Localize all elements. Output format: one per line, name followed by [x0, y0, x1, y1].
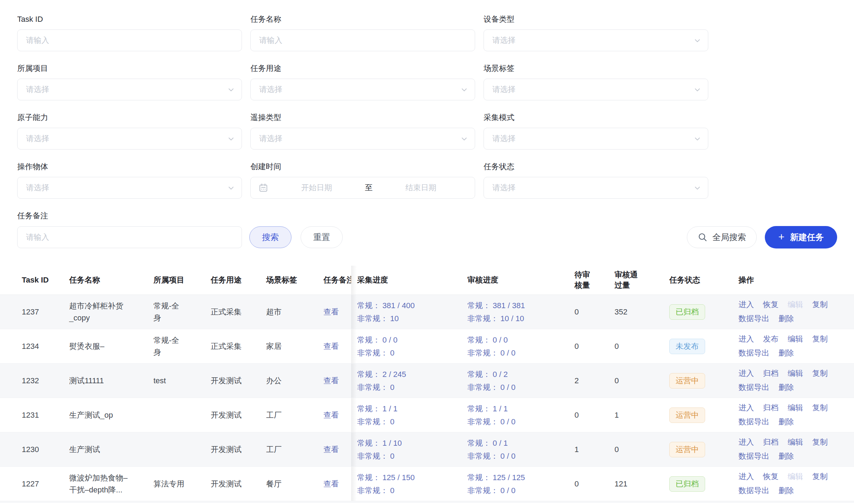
action-enter-link[interactable]: 进入: [738, 403, 754, 412]
task-id-input[interactable]: [17, 29, 242, 51]
view-remark-link[interactable]: 查看: [323, 444, 339, 455]
filter-create-time: 创建时间开始日期至结束日期: [250, 162, 475, 199]
cell-scene-tag: 家居: [266, 329, 323, 363]
action-enter-link[interactable]: 进入: [738, 334, 754, 343]
cell-passed-count: 352: [615, 295, 669, 329]
action-edit-link[interactable]: 编辑: [788, 403, 803, 412]
atomic-ability-select[interactable]: 请选择: [17, 128, 242, 150]
action-enter-link[interactable]: 进入: [738, 472, 754, 481]
project-select[interactable]: 请选择: [17, 79, 242, 100]
cell-task-name: 生产测试_op: [69, 398, 153, 432]
global-search-button[interactable]: 全局搜索: [687, 226, 757, 248]
cell-actions: 进入归档编辑复制数据导出删除: [738, 398, 854, 432]
remark-filter-label: 任务备注: [17, 211, 837, 220]
cell-collect-progress: 常规： 381 / 400非常规： 10: [351, 295, 467, 329]
action-restore-link[interactable]: 恢复: [763, 472, 779, 481]
action-export-link[interactable]: 数据导出: [738, 452, 769, 460]
col-task-id: Task ID: [0, 266, 69, 294]
action-delete-link[interactable]: 删除: [779, 452, 794, 460]
task-table: Task ID 任务名称 所属项目 任务用途 场景标签 任务备注 采集进度 审核…: [0, 266, 854, 503]
action-copy-link[interactable]: 复制: [812, 369, 828, 378]
new-task-button[interactable]: + 新建任务: [765, 226, 837, 248]
cell-collect-progress-line: 非常规： 0: [357, 381, 406, 394]
action-copy-link[interactable]: 复制: [812, 300, 828, 309]
cell-passed-count: 0: [615, 329, 669, 363]
action-delete-link[interactable]: 删除: [779, 486, 794, 495]
action-archive-link[interactable]: 归档: [763, 438, 779, 446]
operate-object-select[interactable]: 请选择: [17, 177, 242, 199]
cell-status: 运营中: [669, 432, 738, 466]
action-edit-link[interactable]: 编辑: [788, 438, 803, 446]
view-remark-link[interactable]: 查看: [323, 479, 339, 489]
action-archive-link[interactable]: 归档: [763, 369, 779, 378]
task-status-select[interactable]: 请选择: [484, 177, 708, 199]
row-scroll-right: 常规： 381 / 400非常规： 10常规： 381 / 381非常规： 10…: [351, 295, 854, 329]
view-remark-link[interactable]: 查看: [323, 341, 339, 352]
row-fixed-left: 1232测试11111test开发测试办公查看: [0, 364, 351, 398]
action-enter-link[interactable]: 进入: [738, 369, 754, 378]
cell-collect-progress-line: 常规： 2 / 245: [357, 368, 406, 381]
action-delete-link[interactable]: 删除: [779, 417, 794, 426]
cell-collect-progress-line: 常规： 1 / 10: [357, 437, 402, 450]
action-copy-link[interactable]: 复制: [812, 334, 828, 343]
cell-scene-tag-text: 餐厅: [266, 478, 282, 490]
cell-task-id-text: 1230: [22, 444, 39, 456]
filter-label: 遥操类型: [250, 113, 475, 122]
action-delete-link[interactable]: 删除: [779, 314, 794, 323]
view-remark-link[interactable]: 查看: [323, 410, 339, 420]
action-copy-link[interactable]: 复制: [812, 403, 828, 412]
cell-project-text: 常规-全 身: [153, 300, 179, 324]
cell-actions: 进入归档编辑复制数据导出删除: [738, 364, 854, 398]
action-copy-link[interactable]: 复制: [812, 438, 828, 446]
action-archive-link[interactable]: 归档: [763, 403, 779, 412]
action-export-link[interactable]: 数据导出: [738, 417, 769, 426]
filter-action-row: 搜索 重置 全局搜索 + 新建任务: [17, 226, 837, 248]
cell-task-id: 1234: [0, 329, 69, 363]
cell-pending-count: 1: [574, 432, 615, 466]
action-export-link[interactable]: 数据导出: [738, 383, 769, 392]
task-name-input[interactable]: [250, 29, 475, 51]
collect-mode-select[interactable]: 请选择: [484, 128, 708, 150]
new-task-label: 新建任务: [790, 232, 824, 243]
reset-button[interactable]: 重置: [301, 226, 343, 248]
action-edit-link[interactable]: 编辑: [788, 369, 803, 378]
cell-review-progress-line: 非常规： 0 / 0: [467, 484, 525, 497]
remark-input[interactable]: [17, 226, 242, 248]
cell-review-progress-line: 常规： 125 / 125: [467, 471, 525, 484]
action-export-link[interactable]: 数据导出: [738, 349, 769, 357]
cell-collect-progress-line: 常规： 1 / 1: [357, 402, 398, 415]
view-remark-link[interactable]: 查看: [323, 376, 339, 386]
row-scroll-right: 常规： 2 / 245非常规： 0常规： 0 / 2非常规： 0 / 020运营…: [351, 364, 854, 398]
cell-pending-count-text: 0: [574, 306, 579, 318]
cell-collect-progress: 常规： 1 / 10非常规： 0: [351, 432, 467, 466]
teleop-type-select[interactable]: 请选择: [250, 128, 475, 150]
filter-operate-object: 操作物体请选择: [17, 162, 242, 199]
cell-remark: 查看: [323, 329, 351, 363]
scene-tag-select[interactable]: 请选择: [484, 79, 708, 100]
filter-scene-tag: 场景标签请选择: [484, 64, 708, 100]
action-export-link[interactable]: 数据导出: [738, 486, 769, 495]
action-delete-link[interactable]: 删除: [779, 383, 794, 392]
task-purpose-select[interactable]: 请选择: [250, 79, 475, 100]
action-export-link[interactable]: 数据导出: [738, 314, 769, 323]
action-publish-link[interactable]: 发布: [763, 334, 779, 343]
action-edit-link[interactable]: 编辑: [788, 334, 803, 343]
table-row: 1227微波炉加热食物– 干扰–depth降...算法专用开发测试餐厅查看常规：…: [0, 467, 854, 501]
col-task-status: 任务状态: [669, 266, 738, 294]
action-copy-link[interactable]: 复制: [812, 472, 828, 481]
cell-purpose: 开发测试: [211, 364, 266, 398]
cell-purpose: 开发测试: [211, 398, 266, 432]
row-scroll-right: 常规： 1 / 1非常规： 0常规： 1 / 1非常规： 0 / 001运营中进…: [351, 398, 854, 432]
action-enter-link[interactable]: 进入: [738, 438, 754, 446]
action-enter-link[interactable]: 进入: [738, 300, 754, 309]
search-button[interactable]: 搜索: [249, 226, 291, 248]
view-remark-link[interactable]: 查看: [323, 307, 339, 317]
action-restore-link[interactable]: 恢复: [763, 300, 779, 309]
device-type-select[interactable]: 请选择: [484, 29, 708, 51]
select-placeholder: 请选择: [259, 133, 282, 144]
cell-pending-count: 0: [574, 398, 615, 432]
create-time-daterange[interactable]: 开始日期至结束日期: [250, 177, 475, 199]
action-delete-link[interactable]: 删除: [779, 349, 794, 357]
cell-collect-progress-line: 常规： 381 / 400: [357, 299, 415, 312]
status-badge: 运营中: [669, 407, 705, 423]
